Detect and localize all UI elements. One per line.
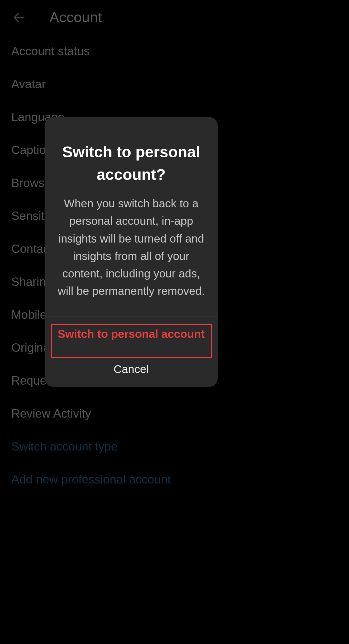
dialog-buttons: Switch to personal account Cancel [45,316,218,387]
switch-personal-button[interactable]: Switch to personal account [45,317,218,352]
switch-account-dialog: Switch to personal account? When you swi… [45,117,218,387]
cancel-button[interactable]: Cancel [45,352,218,387]
dialog-body: When you switch back to a personal accou… [45,186,218,316]
dialog-title: Switch to personal account? [45,117,218,186]
